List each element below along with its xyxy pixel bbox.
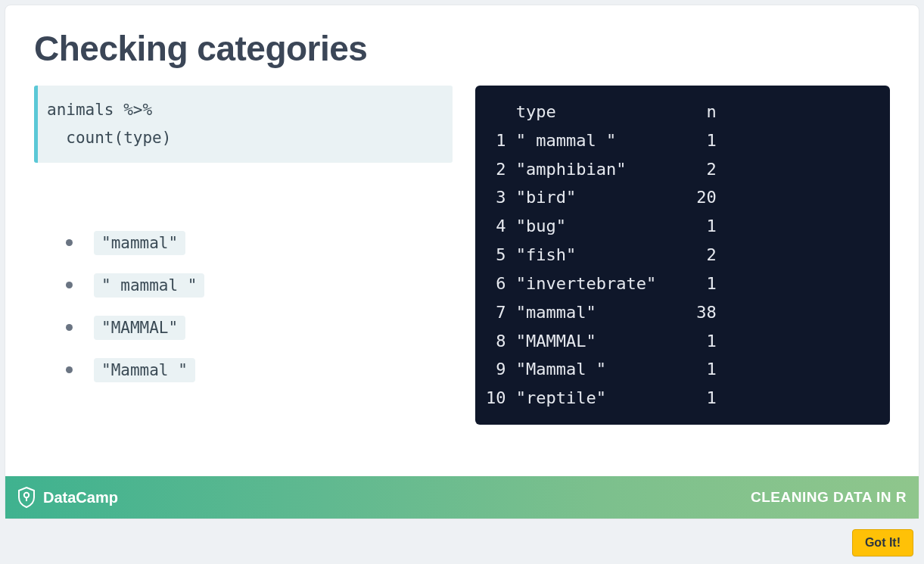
inline-code: "mammal" [94,231,185,255]
bullet-icon [66,324,73,331]
brand: DataCamp [17,487,118,508]
column-right: type n 1 " mammal " 1 2 "amphibian" 2 3 … [475,86,890,425]
svg-point-0 [24,493,29,497]
course-title: CLEANING DATA IN R [751,489,907,506]
list-item: "mammal" [66,231,453,255]
shield-icon [17,487,36,508]
brand-label: DataCamp [43,489,118,506]
inline-code: "MAMMAL" [94,316,185,340]
columns: animals %>% count(type) "mammal" " mamma… [34,86,890,425]
bullet-list: "mammal" " mammal " "MAMMAL" "Mammal " [34,231,453,382]
code-block: animals %>% count(type) [34,86,453,163]
output-block: type n 1 " mammal " 1 2 "amphibian" 2 3 … [475,86,890,425]
bullet-icon [66,366,73,373]
got-it-button[interactable]: Got It! [852,529,913,556]
inline-code: "Mammal " [94,358,195,382]
list-item: "Mammal " [66,358,453,382]
page-title: Checking categories [34,28,890,69]
bullet-icon [66,239,73,246]
list-item: " mammal " [66,273,453,298]
column-left: animals %>% count(type) "mammal" " mamma… [34,86,453,425]
list-item: "MAMMAL" [66,316,453,340]
slide-card: Checking categories animals %>% count(ty… [5,5,919,519]
footer-bar: DataCamp CLEANING DATA IN R [5,476,919,519]
inline-code: " mammal " [94,273,204,298]
bullet-icon [66,282,73,288]
